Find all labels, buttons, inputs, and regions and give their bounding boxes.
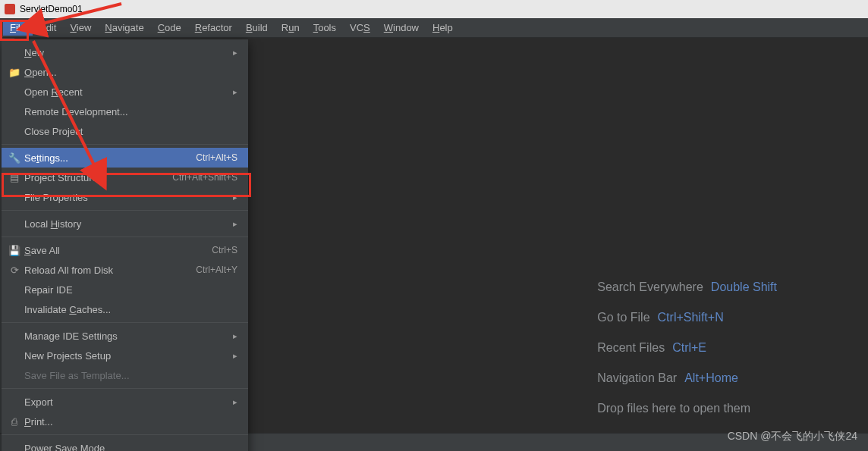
- hint-search-label: Search Everywhere: [597, 280, 703, 294]
- menuitem-remote-dev[interactable]: Remote Development...: [2, 102, 248, 121]
- hint-gotofile-label: Go to File: [597, 311, 649, 324]
- separator: [2, 322, 248, 323]
- print-icon: ⎙: [8, 416, 21, 428]
- menu-refactor[interactable]: Refactor: [188, 20, 239, 36]
- menuitem-local-history[interactable]: Local History▸: [2, 214, 248, 233]
- menuitem-print[interactable]: ⎙Print...: [2, 412, 248, 431]
- menu-code[interactable]: Code: [151, 20, 188, 36]
- menu-vcs[interactable]: VCS: [343, 20, 377, 36]
- wrench-icon: 🔧: [8, 152, 21, 164]
- menuitem-settings[interactable]: 🔧Settings...Ctrl+Alt+S: [2, 148, 248, 168]
- menu-view[interactable]: View: [63, 20, 98, 36]
- separator: [2, 434, 248, 435]
- titlebar: ServletDemo01: [0, 0, 868, 18]
- menu-help[interactable]: Help: [426, 20, 460, 36]
- app-icon: [5, 4, 15, 14]
- menuitem-export[interactable]: Export▸: [2, 392, 248, 412]
- welcome-hints: Search EverywhereDouble Shift Go to File…: [597, 280, 777, 415]
- hint-recent-shortcut: Ctrl+E: [672, 341, 706, 355]
- menuitem-open[interactable]: 📁Open...: [2, 62, 248, 82]
- menuitem-close-project[interactable]: Close Project: [2, 121, 248, 141]
- hint-recent-label: Recent Files: [597, 341, 665, 355]
- save-icon: 💾: [8, 245, 21, 256]
- hint-gotofile-shortcut: Ctrl+Shift+N: [658, 311, 724, 324]
- folder-icon: 📁: [8, 67, 21, 78]
- title-text: ServletDemo01: [20, 4, 83, 14]
- reload-icon: ⟳: [8, 265, 21, 276]
- menuitem-repair-ide[interactable]: Repair IDE: [2, 280, 248, 299]
- menuitem-open-recent[interactable]: Open Recent▸: [2, 82, 248, 102]
- menuitem-invalidate-caches[interactable]: Invalidate Caches...: [2, 299, 248, 319]
- menu-file[interactable]: File: [3, 20, 33, 36]
- structure-icon: ▤: [8, 172, 21, 183]
- menu-run[interactable]: Run: [275, 20, 307, 36]
- watermark: CSDN @不会飞的小飞侠24: [728, 430, 857, 443]
- hint-search-shortcut: Double Shift: [711, 280, 777, 294]
- file-dropdown: New▸ 📁Open... Open Recent▸ Remote Develo…: [2, 39, 248, 451]
- menu-navigate[interactable]: Navigate: [98, 20, 150, 36]
- separator: [2, 210, 248, 211]
- menu-build[interactable]: Build: [239, 20, 275, 36]
- separator: [2, 144, 248, 145]
- menuitem-file-properties[interactable]: File Properties▸: [2, 187, 248, 207]
- hint-nav-label: Navigation Bar: [597, 371, 677, 385]
- menu-tools[interactable]: Tools: [307, 20, 343, 36]
- separator: [2, 388, 248, 389]
- menuitem-project-structure[interactable]: ▤Project Structure...Ctrl+Alt+Shift+S: [2, 168, 248, 187]
- menuitem-save-all[interactable]: 💾Save AllCtrl+S: [2, 240, 248, 260]
- menu-edit[interactable]: Edit: [33, 20, 63, 36]
- menuitem-save-as-template: Save File as Template...: [2, 365, 248, 385]
- menu-window[interactable]: Window: [377, 20, 426, 36]
- menuitem-manage-ide-settings[interactable]: Manage IDE Settings▸: [2, 326, 248, 346]
- menubar: File Edit View Navigate Code Refactor Bu…: [0, 18, 868, 38]
- hint-drop: Drop files here to open them: [597, 402, 750, 415]
- menuitem-reload-disk[interactable]: ⟳Reload All from DiskCtrl+Alt+Y: [2, 260, 248, 280]
- menuitem-new-projects-setup[interactable]: New Projects Setup▸: [2, 346, 248, 365]
- separator: [2, 236, 248, 237]
- menuitem-new[interactable]: New▸: [2, 42, 248, 62]
- hint-nav-shortcut: Alt+Home: [684, 371, 738, 385]
- menuitem-power-save[interactable]: Power Save Mode: [2, 438, 248, 451]
